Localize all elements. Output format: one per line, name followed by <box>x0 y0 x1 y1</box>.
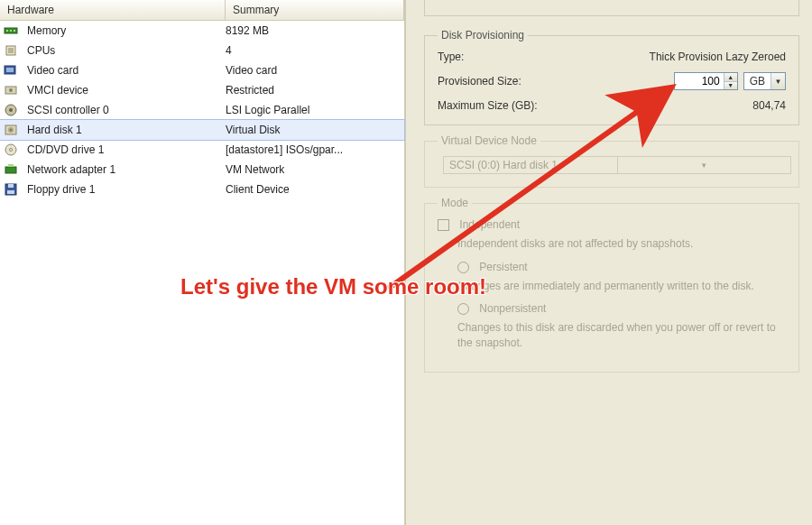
hardware-summary: VM Network <box>226 163 401 176</box>
hardware-summary: Client Device <box>226 183 401 196</box>
provisioned-size-stepper[interactable]: ▲ ▼ <box>674 72 738 90</box>
persistent-desc: Changes are immediately and permanently … <box>457 279 786 293</box>
table-row[interactable]: Video cardVideo card <box>0 60 404 80</box>
svg-rect-7 <box>6 68 14 72</box>
disk-provisioning-group: Disk Provisioning Type: Thick Provision … <box>424 29 799 125</box>
memory-icon <box>4 23 18 38</box>
hardware-summary: Video card <box>226 64 401 77</box>
svg-point-11 <box>9 108 13 112</box>
svg-rect-1 <box>6 30 8 32</box>
independent-label: Independent <box>459 218 520 231</box>
svg-rect-17 <box>5 167 16 173</box>
floppy-icon <box>4 182 18 197</box>
hardware-name: SCSI controller 0 <box>27 104 226 116</box>
column-header-hardware[interactable]: Hardware <box>0 0 226 20</box>
disk-provisioning-legend: Disk Provisioning <box>438 29 528 41</box>
table-row[interactable]: Network adapter 1VM Network <box>0 160 404 180</box>
table-row[interactable]: Memory8192 MB <box>0 21 404 41</box>
hardware-name: Floppy drive 1 <box>27 183 226 196</box>
hardware-name: Network adapter 1 <box>27 163 226 176</box>
svg-rect-5 <box>8 48 14 53</box>
table-row[interactable]: Hard disk 1Virtual Disk <box>0 120 404 140</box>
virtual-device-node-group: Virtual Device Node SCSI (0:0) Hard disk… <box>424 134 799 188</box>
panel-divider <box>424 0 799 16</box>
independent-checkbox <box>438 219 449 231</box>
hardware-name: Hard disk 1 <box>27 124 226 136</box>
max-size-value: 804,74 <box>591 99 786 112</box>
table-row[interactable]: SCSI controller 0LSI Logic Parallel <box>0 100 404 120</box>
type-label: Type: <box>438 51 573 63</box>
svg-point-14 <box>10 129 12 131</box>
svg-rect-3 <box>14 30 15 32</box>
persistent-label: Persistent <box>479 261 527 273</box>
chevron-down-icon: ▼ <box>617 157 791 173</box>
hardware-summary: Restricted <box>226 84 401 97</box>
max-size-label: Maximum Size (GB): <box>438 99 591 112</box>
svg-rect-20 <box>8 184 14 188</box>
hardware-name: CPUs <box>27 44 226 57</box>
virtual-device-node-legend: Virtual Device Node <box>438 134 540 147</box>
svg-rect-18 <box>8 164 14 167</box>
hardware-name: Video card <box>27 64 226 77</box>
type-value: Thick Provision Lazy Zeroed <box>573 51 786 63</box>
nonpersistent-radio <box>457 303 469 315</box>
persistent-radio <box>457 262 469 273</box>
nonpersistent-desc: Changes to this disk are discarded when … <box>457 320 786 349</box>
svg-rect-2 <box>10 30 12 32</box>
hardware-name: CD/DVD drive 1 <box>27 143 226 156</box>
table-row[interactable]: VMCI deviceRestricted <box>0 80 404 100</box>
nic-icon <box>4 162 18 177</box>
annotation-text: Let's give the VM some room! <box>180 274 486 299</box>
stepper-up-icon[interactable]: ▲ <box>724 73 737 82</box>
hardware-name: Memory <box>27 24 226 37</box>
nonpersistent-label: Nonpersistent <box>479 302 546 315</box>
mode-legend: Mode <box>438 197 472 209</box>
cd-icon <box>4 143 18 157</box>
device-node-combo: SCSI (0:0) Hard disk 1 ▼ <box>443 156 791 174</box>
hardware-summary: 8192 MB <box>226 24 401 37</box>
cpu-icon <box>4 43 18 58</box>
size-unit-combo[interactable]: GB ▼ <box>743 72 786 90</box>
table-row[interactable]: CPUs4 <box>0 41 404 60</box>
provisioned-size-input[interactable] <box>675 73 724 89</box>
scsi-icon <box>4 103 18 117</box>
video-icon <box>4 63 18 78</box>
column-header-summary[interactable]: Summary <box>226 0 404 20</box>
chevron-down-icon[interactable]: ▼ <box>770 73 785 89</box>
hardware-summary: Virtual Disk <box>226 124 401 136</box>
device-node-value: SCSI (0:0) Hard disk 1 <box>444 157 617 173</box>
hardware-name: VMCI device <box>27 84 226 97</box>
stepper-down-icon[interactable]: ▼ <box>724 82 737 90</box>
hardware-summary: 4 <box>226 44 401 57</box>
svg-rect-21 <box>7 190 14 194</box>
size-unit-value: GB <box>744 73 770 89</box>
table-row[interactable]: CD/DVD drive 1[datastore1] ISOs/gpar... <box>0 140 404 160</box>
independent-desc: Independent disks are not affected by sn… <box>457 236 786 251</box>
hardware-table-header: Hardware Summary <box>0 0 404 21</box>
svg-point-16 <box>10 149 13 152</box>
provisioned-size-label: Provisioned Size: <box>438 75 573 88</box>
hardware-summary: LSI Logic Parallel <box>226 104 401 116</box>
vmci-icon <box>4 83 18 97</box>
table-row[interactable]: Floppy drive 1Client Device <box>0 180 404 199</box>
svg-point-9 <box>9 88 13 92</box>
hardware-summary: [datastore1] ISOs/gpar... <box>226 143 401 156</box>
disk-icon <box>4 123 18 137</box>
settings-panel: Disk Provisioning Type: Thick Provision … <box>408 0 812 525</box>
hardware-panel: Hardware Summary Memory8192 MBCPUs4Video… <box>0 0 406 525</box>
